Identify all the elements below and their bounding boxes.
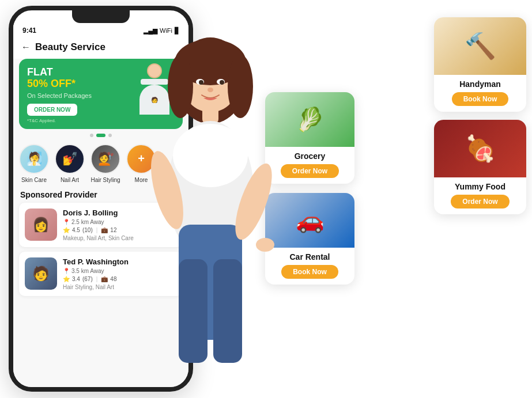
doris-avatar-image: 👩 bbox=[25, 209, 57, 241]
nail-art-icon: 💅 bbox=[55, 144, 85, 174]
car-rental-image: 🚗 bbox=[265, 193, 354, 248]
category-more[interactable]: + More bbox=[126, 144, 156, 183]
doris-briefcase-icon: 💼 bbox=[101, 227, 108, 233]
svg-rect-10 bbox=[213, 259, 242, 363]
categories-row: 🧖 Skin Care 💅 Nail Art 💇 Hair Styling + … bbox=[13, 141, 188, 188]
car-rental-card-body: Car Rental Book Now bbox=[265, 248, 354, 285]
middle-service-cards: 🥬 Grocery Order Now 🚗 Car Rental Book No… bbox=[265, 92, 354, 285]
ted-tags: Hair Styling, Nail Art bbox=[63, 284, 177, 290]
yummy-food-image: 🍖 bbox=[434, 120, 526, 177]
banner-dots bbox=[13, 134, 188, 137]
divider-2: | bbox=[96, 276, 98, 282]
doris-location-pin: 📍 bbox=[63, 219, 70, 225]
grocery-title: Grocery bbox=[271, 151, 349, 161]
dot-2-active bbox=[96, 134, 105, 137]
ted-stats: ⭐ 3.4 (67) | 💼 48 bbox=[63, 276, 177, 282]
page-title: Beauty Service bbox=[35, 41, 105, 53]
handyman-image: 🔨 bbox=[434, 17, 526, 75]
ted-name: Ted P. Washington bbox=[63, 257, 177, 266]
svg-point-14 bbox=[217, 79, 225, 85]
doris-reviews: (10) bbox=[82, 227, 93, 233]
grocery-card-body: Grocery Order Now bbox=[265, 147, 354, 184]
ted-location: 📍 3.5 km Away bbox=[63, 268, 177, 274]
doris-location: 📍 2.5 km Away bbox=[63, 219, 177, 225]
yummy-food-card-body: Yummy Food Order Now bbox=[434, 177, 526, 214]
ted-reviews: (67) bbox=[82, 276, 93, 282]
skin-care-icon: 🧖 bbox=[19, 144, 49, 174]
provider-card-doris[interactable]: 👩 Doris J. Bolling 📍 2.5 km Away ⭐ 4.5 (… bbox=[19, 203, 183, 247]
ted-rating: 3.4 bbox=[72, 276, 80, 282]
handyman-card-body: Handyman Book Now bbox=[434, 75, 526, 112]
car-rental-book-button[interactable]: Book Now bbox=[281, 265, 338, 279]
grocery-order-button[interactable]: Order Now bbox=[281, 164, 339, 178]
car-rental-img-placeholder: 🚗 bbox=[265, 193, 354, 248]
status-icons: ▂▄▆ WiFi ▊ bbox=[144, 27, 179, 35]
more-label: More bbox=[135, 177, 148, 183]
right-service-cards: 🔨 Handyman Book Now 🍖 Yummy Food Order N… bbox=[434, 17, 526, 214]
doris-jobs: 12 bbox=[110, 227, 116, 233]
banner-order-button[interactable]: ORDER NOW bbox=[27, 104, 77, 116]
divider-1: | bbox=[96, 227, 98, 233]
svg-point-16 bbox=[220, 80, 224, 85]
battery-icon: ▊ bbox=[175, 27, 179, 35]
svg-rect-5 bbox=[202, 107, 218, 124]
grocery-image: 🥬 bbox=[265, 92, 354, 147]
status-time: 9:41 bbox=[22, 26, 36, 35]
back-button[interactable]: ← bbox=[21, 42, 31, 52]
hair-styling-label: Hair Styling bbox=[90, 177, 120, 183]
yummy-food-order-button[interactable]: Order Now bbox=[451, 195, 509, 209]
doris-avatar: 👩 bbox=[25, 209, 57, 241]
hair-styling-icon: 💇 bbox=[90, 144, 120, 174]
doris-stats: ⭐ 4.5 (10) | 💼 12 bbox=[63, 227, 177, 233]
status-bar: 9:41 ▂▄▆ WiFi ▊ bbox=[13, 23, 188, 37]
yummy-food-title: Yummy Food bbox=[440, 182, 520, 191]
banner-lady-figure: 🧑 bbox=[134, 63, 175, 116]
ted-avatar: 🧑 bbox=[25, 257, 57, 290]
car-rental-card[interactable]: 🚗 Car Rental Book Now bbox=[265, 193, 354, 285]
ted-briefcase-icon: 💼 bbox=[101, 276, 108, 282]
phone-mockup: 9:41 ▂▄▆ WiFi ▊ ← Beauty Service FLAT 50… bbox=[9, 6, 193, 392]
skin-care-label: Skin Care bbox=[21, 177, 47, 183]
ted-jobs: 48 bbox=[110, 276, 116, 282]
svg-point-17 bbox=[207, 88, 213, 92]
sponsored-section-title: Sponsored Provider bbox=[13, 188, 188, 203]
category-hair-styling[interactable]: 💇 Hair Styling bbox=[90, 144, 120, 183]
dot-1 bbox=[90, 134, 93, 137]
phone-notch bbox=[72, 10, 130, 23]
phone-screen: 9:41 ▂▄▆ WiFi ▊ ← Beauty Service FLAT 50… bbox=[13, 23, 188, 387]
doris-star-icon: ⭐ bbox=[63, 227, 70, 233]
yummy-food-card[interactable]: 🍖 Yummy Food Order Now bbox=[434, 120, 526, 214]
app-header: ← Beauty Service bbox=[13, 37, 188, 59]
ted-distance: 3.5 km Away bbox=[71, 268, 104, 274]
category-skin-care[interactable]: 🧖 Skin Care bbox=[19, 144, 49, 183]
doris-info: Doris J. Bolling 📍 2.5 km Away ⭐ 4.5 (10… bbox=[63, 209, 177, 241]
handyman-card[interactable]: 🔨 Handyman Book Now bbox=[434, 17, 526, 112]
more-icon: + bbox=[126, 144, 156, 174]
signal-icon: ▂▄▆ bbox=[144, 27, 157, 35]
doris-tags: Makeup, Nail Art, Skin Care bbox=[63, 235, 177, 241]
svg-point-4 bbox=[228, 55, 253, 118]
provider-card-ted[interactable]: 🧑 Ted P. Washington 📍 3.5 km Away ⭐ 3.4 … bbox=[19, 252, 183, 296]
doris-name: Doris J. Bolling bbox=[63, 209, 177, 217]
car-rental-title: Car Rental bbox=[271, 252, 349, 261]
banner-tc: *T&C Applied. bbox=[27, 118, 175, 123]
grocery-card[interactable]: 🥬 Grocery Order Now bbox=[265, 92, 354, 184]
svg-point-13 bbox=[196, 79, 204, 85]
ted-avatar-image: 🧑 bbox=[25, 257, 57, 290]
dot-3 bbox=[108, 134, 112, 137]
grocery-img-placeholder: 🥬 bbox=[265, 92, 354, 147]
ted-location-pin: 📍 bbox=[63, 268, 70, 274]
doris-rating: 4.5 bbox=[72, 227, 80, 233]
handyman-title: Handyman bbox=[440, 79, 520, 89]
promo-banner: FLAT 50% OFF* On Selected Packages ORDER… bbox=[19, 59, 183, 129]
ted-star-icon: ⭐ bbox=[63, 276, 70, 282]
ted-info: Ted P. Washington 📍 3.5 km Away ⭐ 3.4 (6… bbox=[63, 257, 177, 290]
nail-art-label: Nail Art bbox=[61, 177, 79, 183]
handyman-book-button[interactable]: Book Now bbox=[452, 92, 509, 106]
wifi-icon: WiFi bbox=[160, 27, 172, 34]
svg-point-15 bbox=[199, 80, 203, 85]
doris-distance: 2.5 km Away bbox=[71, 219, 104, 225]
category-nail-art[interactable]: 💅 Nail Art bbox=[55, 144, 85, 183]
